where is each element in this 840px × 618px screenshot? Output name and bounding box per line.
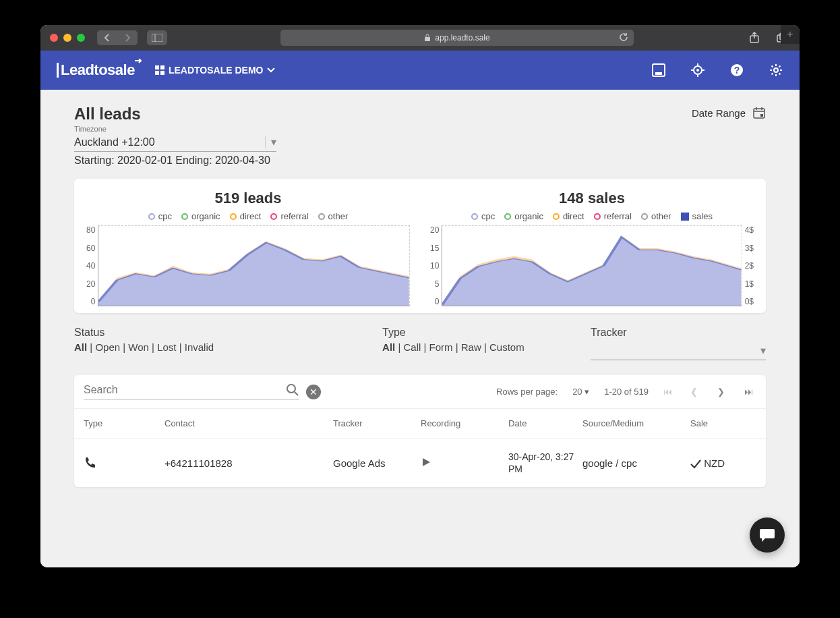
status-filter: Status All | Open | Won | Lost | Invalid [74, 327, 214, 360]
tracker-select[interactable]: ▾ [591, 341, 766, 360]
legend-item-cpc[interactable]: cpc [471, 211, 495, 221]
leads-y-axis: 806040200 [86, 225, 98, 306]
back-button[interactable] [97, 30, 117, 45]
leads-legend: cpcorganicdirectreferralother [86, 211, 410, 221]
forward-button[interactable] [117, 30, 138, 45]
check-icon [690, 459, 701, 469]
type-options[interactable]: All | Call | Form | Raw | Custom [382, 341, 524, 353]
grid-icon [155, 65, 164, 75]
play-icon[interactable] [421, 457, 431, 468]
app-header: Leadtosale LEADTOSALE DEMO ? [40, 51, 800, 90]
sales-y-axis-left: 20151050 [430, 225, 442, 306]
pagination: Rows per page: 20 ▾ 1-20 of 519 ⏮ ❮ ❯ ⏭ [496, 387, 756, 397]
lock-icon [424, 34, 431, 42]
sales-chart: 148 sales cpcorganicdirectreferralothers… [430, 190, 754, 306]
first-page-button[interactable]: ⏮ [663, 387, 676, 397]
rows-per-page-select[interactable]: 20 ▾ [572, 387, 589, 397]
chat-icon [758, 526, 776, 544]
minimize-window[interactable] [63, 34, 71, 42]
legend-item-organic[interactable]: organic [181, 211, 220, 221]
new-tab-button[interactable]: + [781, 25, 800, 44]
maximize-window[interactable] [77, 34, 85, 42]
legend-item-organic[interactable]: organic [504, 211, 543, 221]
chat-launcher[interactable] [750, 517, 785, 553]
legend-item-cpc[interactable]: cpc [148, 211, 172, 221]
svg-rect-7 [655, 72, 662, 75]
type-filter: Type All | Call | Form | Raw | Custom [382, 327, 524, 360]
leads-plot[interactable] [98, 225, 410, 306]
svg-text:?: ? [734, 65, 740, 76]
chevron-down-icon [267, 67, 275, 73]
address-bar[interactable]: app.leadto.sale [280, 30, 634, 46]
legend-item-other[interactable]: other [641, 211, 671, 221]
legend-item-other[interactable]: other [318, 211, 349, 221]
last-page-button[interactable]: ⏭ [744, 387, 756, 397]
legend-item-direct[interactable]: direct [230, 211, 262, 221]
window-controls [50, 34, 85, 42]
svg-point-18 [287, 385, 295, 393]
close-window[interactable] [50, 34, 58, 42]
brand-logo[interactable]: Leadtosale [57, 61, 143, 79]
leads-chart: 519 leads cpcorganicdirectreferralother … [86, 190, 410, 306]
legend-item-referral[interactable]: referral [594, 211, 632, 221]
table-row[interactable]: +64211101828 Google Ads 30-Apr-20, 3:27 … [74, 439, 766, 487]
chevron-down-icon: ▾ [265, 136, 276, 148]
sales-plot[interactable] [442, 225, 742, 306]
sales-y-axis-right: 4$3$2$1$0$ [742, 225, 754, 306]
svg-point-9 [696, 69, 699, 72]
sales-legend: cpcorganicdirectreferralothersales [430, 211, 754, 221]
timezone-label: Timezone [74, 125, 766, 133]
browser-titlebar: app.leadto.sale + [40, 25, 800, 51]
prev-page-button[interactable]: ❮ [690, 387, 702, 397]
nav-buttons [97, 30, 138, 45]
status-options[interactable]: All | Open | Won | Lost | Invalid [74, 341, 214, 353]
next-page-button[interactable]: ❯ [717, 387, 729, 397]
help-icon[interactable]: ? [729, 63, 744, 78]
date-range-summary: Starting: 2020-02-01 Ending: 2020-04-30 [74, 154, 766, 167]
sidebar-toggle[interactable] [147, 30, 167, 45]
table-toolbar: ✕ Rows per page: 20 ▾ 1-20 of 519 ⏮ ❮ ❯ … [74, 375, 766, 408]
app-viewport: Leadtosale LEADTOSALE DEMO ? [40, 51, 800, 567]
legend-item-direct[interactable]: direct [553, 211, 584, 221]
legend-item-sales[interactable]: sales [681, 211, 713, 221]
page-info: 1-20 of 519 [604, 387, 649, 397]
svg-rect-2 [425, 37, 430, 41]
charts-card: 519 leads cpcorganicdirectreferralother … [74, 179, 766, 313]
tracker-filter: Tracker ▾ [591, 327, 766, 360]
svg-point-12 [774, 68, 778, 72]
leads-table: ✕ Rows per page: 20 ▾ 1-20 of 519 ⏮ ❮ ❯ … [74, 375, 766, 487]
filters-row: Status All | Open | Won | Lost | Invalid… [74, 327, 766, 360]
arrow-right-icon [135, 59, 143, 72]
header-actions: ? [651, 63, 783, 78]
search-wrap [84, 383, 299, 400]
search-icon[interactable] [286, 383, 299, 397]
phone-icon [84, 456, 96, 468]
url-text: app.leadto.sale [435, 33, 489, 43]
gear-icon[interactable] [769, 63, 783, 78]
share-icon[interactable] [747, 30, 762, 45]
svg-rect-0 [152, 34, 162, 42]
calendar-icon [752, 106, 766, 119]
clear-search-button[interactable]: ✕ [306, 385, 321, 399]
search-input[interactable] [84, 384, 279, 396]
target-icon[interactable] [690, 63, 705, 78]
date-range-button[interactable]: Date Range [692, 106, 766, 119]
legend-item-referral[interactable]: referral [270, 211, 308, 221]
browser-window: app.leadto.sale + Leadtosale LEADTOSALE … [40, 25, 800, 567]
account-selector[interactable]: LEADTOSALE DEMO [155, 65, 276, 76]
timezone-select[interactable]: Auckland +12:00 ▾ [74, 133, 276, 152]
inbox-icon[interactable] [651, 63, 666, 78]
reload-icon[interactable] [619, 32, 628, 44]
page-title: All leads [74, 105, 766, 123]
svg-rect-17 [760, 114, 763, 117]
table-header: Type Contact Tracker Recording Date Sour… [74, 408, 766, 439]
svg-line-19 [295, 392, 298, 395]
